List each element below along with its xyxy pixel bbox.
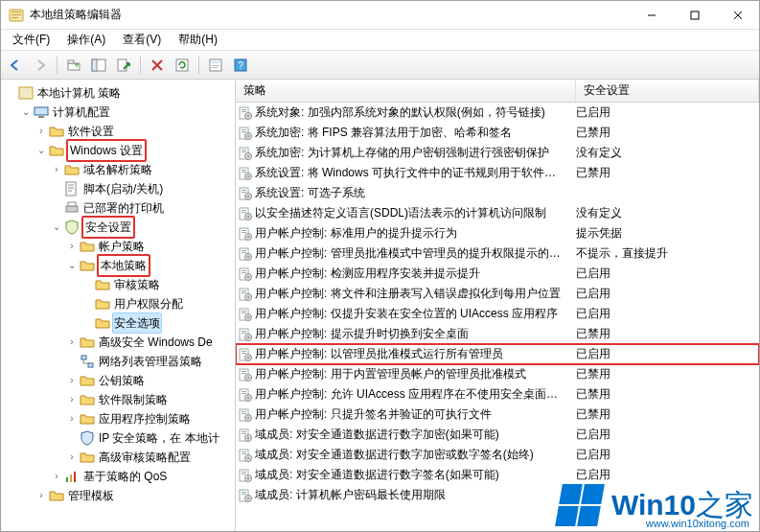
delete-button[interactable] [147,55,168,76]
tree-name-resolution[interactable]: ›域名解析策略 [51,160,235,179]
svg-rect-122 [247,397,250,398]
list-body[interactable]: 系统对象: 加强内部系统对象的默认权限(例如，符号链接)已启用系统加密: 将 F… [236,103,759,532]
list-row[interactable]: 域成员: 对安全通道数据进行数字加密(如果可能)已启用 [236,425,759,445]
tree-windows-settings[interactable]: ⌄Windows 设置 ›域名解析策略 脚本(启动/关机) 已部署的打印机 ⌄安… [35,141,235,486]
svg-rect-88 [242,290,246,291]
refresh-button[interactable] [172,55,193,76]
toolbar: ? [1,51,759,80]
tree-software-settings[interactable]: ›软件设置 [35,122,235,141]
window-title: 本地组策略编辑器 [30,7,630,23]
tree-user-rights[interactable]: 用户权限分配 [81,294,235,313]
list-row[interactable]: 用户帐户控制: 检测应用程序安装并提示提升已启用 [236,264,759,284]
svg-rect-47 [242,151,246,152]
list-row[interactable]: 用户帐户控制: 允许 UIAccess 应用程序在不使用安全桌面…已禁用 [236,384,759,405]
svg-rect-74 [247,236,250,237]
list-row[interactable]: 用户帐户控制: 只提升签名并验证的可执行文件已禁用 [236,405,759,425]
list-row[interactable]: 系统加密: 将 FIPS 兼容算法用于加密、哈希和签名已禁用 [236,123,759,143]
svg-rect-149 [242,494,246,495]
menu-view[interactable]: 查看(V) [115,30,169,50]
up-button[interactable] [63,55,84,76]
folder-icon [49,488,64,503]
list-row[interactable]: 用户帐户控制: 仅提升安装在安全位置的 UIAccess 应用程序已启用 [236,304,759,324]
list-row[interactable]: 域成员: 对安全通道数据进行数字加密或数字签名(始终)已启用 [236,445,759,465]
tree-ip-security[interactable]: IP 安全策略，在 本地计 [66,428,235,448]
svg-rect-104 [247,336,250,337]
list-row[interactable]: 系统加密: 为计算机上存储的用户密钥强制进行强密钥保护没有定义 [236,143,759,163]
tree-scripts[interactable]: 脚本(启动/关机) [51,179,235,198]
shield-icon [80,430,95,446]
back-button[interactable] [5,55,26,76]
svg-rect-92 [247,296,250,297]
qos-icon [64,469,80,484]
column-policy[interactable]: 策略 [236,80,576,102]
tree-account-policies[interactable]: ›帐户策略 [66,237,235,256]
tree-software-restriction[interactable]: ›软件限制策略 [66,390,235,409]
setting-cell: 已启用 [576,286,759,302]
list-row[interactable]: 用户帐户控制: 以管理员批准模式运行所有管理员已启用 [236,344,759,364]
setting-cell: 已启用 [576,266,759,282]
close-button[interactable] [716,1,759,30]
menu-help[interactable]: 帮助(H) [171,30,225,50]
list-row[interactable]: 域成员: 计算机帐户密码最长使用期限 [236,485,759,505]
list-row[interactable]: 系统设置: 将 Windows 可执行文件中的证书规则用于软件…已禁用 [236,163,759,183]
policy-cell: 域成员: 对安全通道数据进行数字签名(如果可能) [255,467,576,483]
minimize-button[interactable] [630,1,673,30]
export-list-button[interactable] [113,55,134,76]
svg-rect-130 [242,431,246,432]
svg-rect-22 [19,87,33,99]
tree-policy-qos[interactable]: ›基于策略的 QoS [51,467,235,486]
list-row[interactable]: 用户帐户控制: 将文件和注册表写入错误虚拟化到每用户位置已启用 [236,284,759,304]
svg-rect-95 [242,312,246,313]
column-setting[interactable]: 安全设置 [576,80,759,102]
tree-windows-defender[interactable]: ›高级安全 Windows De [66,333,235,352]
tree-deployed-printers[interactable]: 已部署的打印机 [51,198,235,218]
list-row[interactable]: 系统设置: 可选子系统 [236,183,759,203]
tree-pane[interactable]: 本地计算机 策略 ⌄计算机配置 ›软件设置 ⌄Windows 设置 ›域名解析策… [1,80,236,532]
svg-rect-17 [212,61,219,63]
tree-admin-templates[interactable]: ›管理模板 [35,486,235,505]
list-row[interactable]: 用户帐户控制: 提示提升时切换到安全桌面已禁用 [236,324,759,344]
list-row[interactable]: 用户帐户控制: 管理员批准模式中管理员的提升权限提示的…不提示，直接提升 [236,243,759,264]
svg-rect-68 [247,216,250,217]
svg-rect-5 [691,12,699,19]
svg-rect-134 [247,437,250,438]
tree-audit-policy[interactable]: 审核策略 [81,275,235,294]
svg-rect-27 [68,202,76,206]
tree-security-settings[interactable]: ⌄安全设置 ›帐户策略 ⌄本地策略 审核策略 用户权限分配 安 [51,218,235,467]
list-row[interactable]: 系统对象: 加强内部系统对象的默认权限(例如，符号链接)已启用 [236,103,759,123]
properties-button[interactable] [205,55,226,76]
svg-rect-56 [247,175,250,176]
menu-action[interactable]: 操作(A) [59,30,113,50]
tree-security-options[interactable]: 安全选项 [81,313,235,333]
forward-button[interactable] [30,55,51,76]
policy-cell: 用户帐户控制: 用于内置管理员帐户的管理员批准模式 [255,366,576,382]
setting-cell: 已禁用 [576,326,759,342]
list-row[interactable]: 以安全描述符定义语言(SDDL)语法表示的计算机访问限制没有定义 [236,203,759,223]
help-button[interactable]: ? [230,55,251,76]
list-row[interactable]: 用户帐户控制: 标准用户的提升提示行为提示凭据 [236,223,759,243]
policy-cell: 用户帐户控制: 标准用户的提升提示行为 [255,225,576,242]
setting-cell: 提示凭据 [576,225,759,242]
network-icon [80,354,95,369]
policy-item-icon [236,347,255,362]
show-hide-tree-button[interactable] [88,55,109,76]
setting-cell: 已启用 [576,427,759,443]
svg-rect-148 [242,492,246,493]
tree-advanced-audit[interactable]: ›高级审核策略配置 [66,448,235,467]
svg-rect-23 [35,107,48,115]
list-row[interactable]: 域成员: 对安全通道数据进行数字签名(如果可能)已启用 [236,465,759,485]
tree-computer-config[interactable]: ⌄计算机配置 ›软件设置 ⌄Windows 设置 ›域名解析策略 脚本(启动/关… [20,103,235,505]
tree-public-key[interactable]: ›公钥策略 [66,371,235,390]
policy-cell: 用户帐户控制: 检测应用程序安装并提示提升 [255,266,576,282]
list-row[interactable]: 用户帐户控制: 用于内置管理员帐户的管理员批准模式已禁用 [236,364,759,384]
svg-rect-19 [212,67,218,68]
menu-file[interactable]: 文件(F) [5,30,58,50]
tree-root[interactable]: 本地计算机 策略 ⌄计算机配置 ›软件设置 ⌄Windows 设置 ›域名解析策… [5,83,235,505]
tree-local-policies[interactable]: ⌄本地策略 审核策略 用户权限分配 安全选项 [66,256,235,333]
menubar: 文件(F) 操作(A) 查看(V) 帮助(H) [1,30,759,51]
maximize-button[interactable] [673,1,716,30]
tree-app-control[interactable]: ›应用程序控制策略 [66,409,235,428]
setting-cell: 已禁用 [576,165,759,181]
svg-rect-107 [242,353,246,354]
tree-network-list[interactable]: 网络列表管理器策略 [66,352,235,371]
